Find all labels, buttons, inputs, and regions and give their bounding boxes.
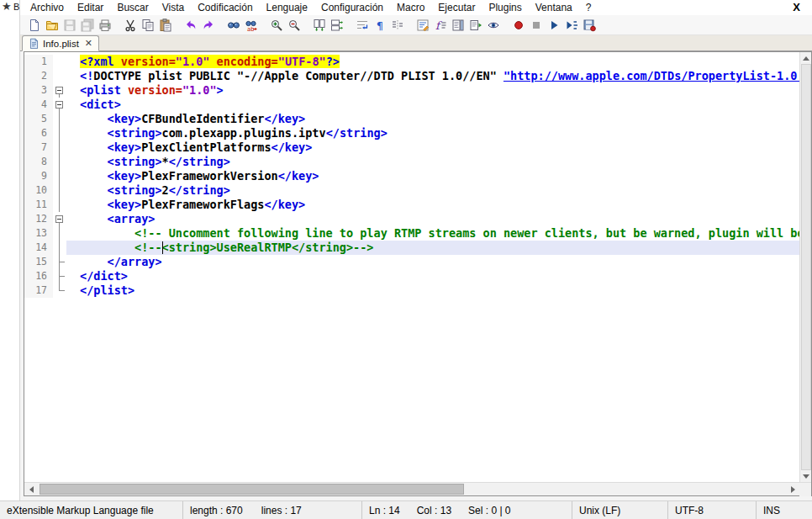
fold-collapse-marker[interactable] <box>53 98 66 112</box>
code-token: PlexFrameworkFlags <box>141 198 264 211</box>
code-text[interactable]: <!--<string>UseRealRTMP</string>--> <box>66 241 799 255</box>
code-line-14[interactable]: 14 <!--<string>UseRealRTMP</string>--> <box>24 241 799 255</box>
tab-info-plist[interactable]: Info.plist ✕ <box>22 35 99 51</box>
open-folder-button[interactable] <box>43 16 61 34</box>
document-switcher-button[interactable] <box>467 16 484 34</box>
monitoring-button[interactable] <box>484 16 502 34</box>
code-line-3[interactable]: 3<plist version="1.0"> <box>24 83 799 98</box>
code-line-9[interactable]: 9 <key>PlexFrameworkVersion</key> <box>24 169 799 183</box>
code-text[interactable]: <string>com.plexapp.plugins.iptv</string… <box>66 126 799 140</box>
stop-macro-button[interactable] <box>527 16 545 34</box>
code-text[interactable]: <!-- Uncomment following line to play RT… <box>66 226 799 241</box>
scroll-down-arrow[interactable] <box>800 470 811 482</box>
undo-button[interactable] <box>182 16 199 34</box>
play-macro-button[interactable] <box>545 16 562 34</box>
code-line-12[interactable]: 12 <array> <box>24 212 799 226</box>
menu-item-ventana[interactable]: Ventana <box>529 1 579 14</box>
menu-item-vista[interactable]: Vista <box>156 1 191 14</box>
find-button[interactable] <box>224 16 242 34</box>
code-line-15[interactable]: 15 </array> <box>24 255 799 269</box>
fold-minus-icon[interactable] <box>55 101 63 109</box>
indent-guide-button[interactable] <box>388 16 406 34</box>
horizontal-scrollbar-track[interactable] <box>38 483 786 496</box>
code-line-8[interactable]: 8 <string>*</string> <box>24 155 799 169</box>
code-text[interactable]: <key>PlexFrameworkVersion</key> <box>66 169 799 183</box>
new-file-button[interactable] <box>25 16 43 34</box>
code-line-17[interactable]: 17</plist> <box>24 283 799 298</box>
code-text[interactable]: </dict> <box>66 269 799 283</box>
code-line-5[interactable]: 5 <key>CFBundleIdentifier</key> <box>24 112 799 126</box>
code-text[interactable]: <dict> <box>66 98 799 112</box>
code-text[interactable]: <key>PlexClientPlatforms</key> <box>66 140 799 155</box>
code-text[interactable]: <key>PlexFrameworkFlags</key> <box>66 198 799 212</box>
fold-collapse-marker[interactable] <box>53 83 66 98</box>
copy-button[interactable] <box>139 16 156 34</box>
zoom-out-button[interactable] <box>285 16 303 34</box>
code-text[interactable]: <plist version="1.0"> <box>66 83 799 98</box>
menu-item-archivo[interactable]: Archivo <box>24 1 71 14</box>
show-all-characters-button[interactable]: ¶ <box>371 16 388 34</box>
fold-minus-icon[interactable] <box>55 87 63 94</box>
scroll-left-arrow[interactable] <box>24 483 38 496</box>
code-line-7[interactable]: 7 <key>PlexClientPlatforms</key> <box>24 140 799 155</box>
paste-button[interactable] <box>156 16 174 34</box>
run-macro-multiple-button[interactable] <box>562 16 580 34</box>
replace-button[interactable]: ab <box>242 16 260 34</box>
code-text[interactable]: <?xml version="1.0" encoding="UTF-8"?> <box>66 55 799 69</box>
menu-item-macro[interactable]: Macro <box>390 1 431 14</box>
run-macro-multiple-icon <box>565 19 578 32</box>
define-language-button[interactable] <box>414 16 431 34</box>
tab-close-icon[interactable]: ✕ <box>85 39 92 48</box>
scroll-right-arrow[interactable] <box>786 483 799 496</box>
sync-horizontal-button[interactable] <box>328 16 345 34</box>
menu-item-lenguaje[interactable]: Lenguaje <box>260 1 314 14</box>
redo-button[interactable] <box>199 16 217 34</box>
code-text[interactable]: </plist> <box>66 283 799 298</box>
star-icon[interactable]: ★ <box>2 1 12 13</box>
word-wrap-button[interactable] <box>353 16 371 34</box>
vertical-scrollbar-thumb[interactable] <box>801 64 811 470</box>
editor-lines[interactable]: 1<?xml version="1.0" encoding="UTF-8"?>2… <box>24 52 799 482</box>
window-close-button[interactable]: X <box>786 0 807 15</box>
document-map-button[interactable] <box>449 16 467 34</box>
print-button[interactable] <box>96 16 113 34</box>
code-line-1[interactable]: 1<?xml version="1.0" encoding="UTF-8"?> <box>24 55 799 69</box>
code-line-16[interactable]: 16</dict> <box>24 269 799 283</box>
code-line-6[interactable]: 6 <string>com.plexapp.plugins.iptv</stri… <box>24 126 799 140</box>
code-text[interactable]: </array> <box>66 255 799 269</box>
fold-collapse-marker[interactable] <box>53 212 66 226</box>
code-text[interactable]: <string>2</string> <box>66 183 799 198</box>
save-all-button[interactable] <box>78 16 96 34</box>
code-text[interactable]: <string>*</string> <box>66 155 799 169</box>
status-insert-mode[interactable]: INS <box>757 501 812 519</box>
scroll-up-arrow[interactable] <box>800 52 811 64</box>
vertical-scrollbar[interactable] <box>799 52 811 482</box>
code-text[interactable]: <key>CFBundleIdentifier</key> <box>66 112 799 126</box>
menu-item-configuracin[interactable]: Configuración <box>314 1 390 14</box>
code-line-13[interactable]: 13 <!-- Uncomment following line to play… <box>24 226 799 241</box>
zoom-in-button[interactable] <box>267 16 285 34</box>
code-line-4[interactable]: 4<dict> <box>24 98 799 112</box>
menu-item-?[interactable]: ? <box>579 1 598 14</box>
code-line-10[interactable]: 10 <string>2</string> <box>24 183 799 198</box>
menu-item-ejecutar[interactable]: Ejecutar <box>431 1 482 14</box>
menu-item-editar[interactable]: Editar <box>71 1 110 14</box>
horizontal-scrollbar-thumb[interactable] <box>40 484 464 495</box>
code-line-11[interactable]: 11 <key>PlexFrameworkFlags</key> <box>24 198 799 212</box>
save-macro-button[interactable] <box>580 16 598 34</box>
menu-item-buscar[interactable]: Buscar <box>110 1 155 14</box>
save-button[interactable] <box>61 16 78 34</box>
record-macro-button[interactable] <box>509 16 527 34</box>
status-encoding[interactable]: UTF-8 <box>668 501 757 519</box>
status-eol-format[interactable]: Unix (LF) <box>572 501 668 519</box>
function-list-button[interactable]: f <box>431 16 449 34</box>
fold-minus-icon[interactable] <box>55 215 63 223</box>
horizontal-scrollbar[interactable] <box>24 482 811 495</box>
code-text[interactable]: <!DOCTYPE plist PUBLIC "-//Apple Compute… <box>66 69 799 83</box>
menu-item-plugins[interactable]: Plugins <box>482 1 528 14</box>
cut-button[interactable] <box>121 16 139 34</box>
code-line-2[interactable]: 2<!DOCTYPE plist PUBLIC "-//Apple Comput… <box>24 69 799 83</box>
sync-vertical-button[interactable] <box>310 16 328 34</box>
menu-item-codificacin[interactable]: Codificación <box>191 1 259 14</box>
code-text[interactable]: <array> <box>66 212 799 226</box>
